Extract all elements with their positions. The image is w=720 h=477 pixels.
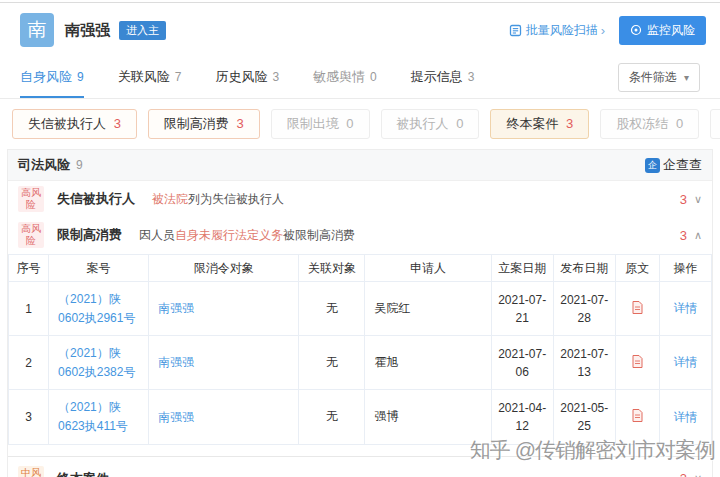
chevron-down-icon: ∨	[694, 472, 702, 477]
col-header-case-no: 案号	[49, 255, 149, 282]
chip-count: 0	[676, 116, 683, 131]
chip-count: 3	[566, 116, 573, 131]
target-person-link[interactable]: 南强强	[158, 410, 194, 424]
cell-filing-date: 2021-07-21	[491, 282, 553, 336]
detail-link[interactable]: 详情	[673, 301, 697, 315]
chip-label: 股权冻结	[616, 116, 668, 131]
tab-sensitive-news[interactable]: 敏感舆情 0	[313, 57, 377, 98]
chip-label: 失信被执行人	[28, 116, 106, 131]
condition-filter-label: 条件筛选	[629, 70, 677, 84]
tab-label: 敏感舆情	[313, 68, 365, 86]
arrow-right-icon: ›	[601, 23, 605, 38]
risk-section-desc: 被法院列为失信被执行人	[152, 191, 284, 208]
col-header-target: 限消令对象	[149, 255, 299, 282]
chip-dishonest-executee[interactable]: 失信被执行人 3	[12, 109, 137, 139]
cell-related: 无	[299, 336, 365, 390]
cell-index: 2	[9, 336, 49, 390]
chip-equity-freeze[interactable]: 股权冻结 0	[600, 109, 699, 139]
detail-link[interactable]: 详情	[673, 355, 697, 369]
chip-terminated-case[interactable]: 终本案件 3	[490, 109, 589, 139]
col-header-action: 操作	[659, 255, 711, 282]
risk-section-terminated-case: 中风险 终本案件 3 ∨	[8, 457, 712, 477]
tab-count: 3	[468, 70, 475, 84]
cell-applicant: 霍旭	[365, 336, 491, 390]
judicial-risk-section-bar: 司法风险 9 企 企查查	[8, 150, 712, 181]
consumption-restriction-table: 序号 案号 限消令对象 关联对象 申请人 立案日期 发布日期 原文 操作 1 （…	[8, 254, 712, 445]
original-document-icon[interactable]	[631, 300, 644, 318]
risk-section-toggle[interactable]: 3 ∨	[680, 192, 702, 207]
monitor-icon	[630, 24, 642, 36]
chip-count: 3	[114, 116, 121, 131]
detail-link[interactable]: 详情	[673, 410, 697, 424]
risk-section-consumption-restriction: 高风险 限制高消费 因人员自身未履行法定义务被限制高消费 3 ∧	[8, 217, 712, 253]
person-name: 南强强	[65, 21, 110, 40]
risk-section-toggle[interactable]: 3 ∧	[680, 228, 702, 243]
tab-count: 7	[175, 70, 182, 84]
enter-homepage-button[interactable]: 进入主	[119, 21, 166, 40]
col-header-applicant: 申请人	[365, 255, 491, 282]
chip-executee[interactable]: 被执行人 0	[381, 109, 480, 139]
risk-section-title: 终本案件	[57, 470, 109, 477]
risk-section-toggle[interactable]: 3 ∨	[680, 471, 702, 477]
chip-count: 0	[346, 116, 353, 131]
desc-suffix: 列为失信被执行人	[188, 192, 284, 206]
monitor-risk-button[interactable]: 监控风险	[619, 16, 706, 45]
chip-label: 被执行人	[397, 116, 449, 131]
condition-filter-dropdown[interactable]: 条件筛选 ▾	[618, 63, 700, 92]
cell-index: 3	[9, 390, 49, 444]
col-header-related: 关联对象	[299, 255, 365, 282]
batch-risk-scan-link[interactable]: 批量风险扫描 ›	[509, 22, 605, 39]
risk-section-count: 3	[680, 192, 687, 207]
col-header-filing-date: 立案日期	[491, 255, 553, 282]
cell-publish-date: 2021-05-25	[553, 390, 615, 444]
tab-count: 9	[77, 70, 84, 84]
risk-section-count: 3	[680, 471, 687, 477]
header-actions: 批量风险扫描 › 监控风险	[509, 16, 706, 45]
high-risk-badge: 高风险	[18, 222, 44, 248]
desc-prefix: 因人员	[139, 228, 175, 242]
table-header-row: 序号 案号 限消令对象 关联对象 申请人 立案日期 发布日期 原文 操作	[9, 255, 712, 282]
table-row: 2 （2021）陕0602执2382号 南强强 无 霍旭 2021-07-06 …	[9, 336, 712, 390]
cell-index: 1	[9, 282, 49, 336]
case-number-link[interactable]: （2021）陕0623执411号	[58, 400, 128, 433]
chip-admin-penalty[interactable]: 行政处罚 0	[710, 109, 720, 139]
tab-count: 3	[272, 70, 279, 84]
table-row: 3 （2021）陕0623执411号 南强强 无 强博 2021-04-12 2…	[9, 390, 712, 444]
cell-filing-date: 2021-04-12	[491, 390, 553, 444]
cell-applicant: 强博	[365, 390, 491, 444]
tab-count: 0	[370, 70, 377, 84]
scan-icon	[509, 24, 522, 37]
original-document-icon[interactable]	[631, 408, 644, 426]
chip-exit-restriction[interactable]: 限制出境 0	[271, 109, 370, 139]
qichacha-brand[interactable]: 企 企查查	[645, 156, 702, 174]
original-document-icon[interactable]	[631, 354, 644, 372]
chip-consumption-restriction[interactable]: 限制高消费 3	[148, 109, 260, 139]
tab-related-risk[interactable]: 关联风险 7	[118, 57, 182, 98]
tab-label: 自身风险	[20, 68, 72, 86]
tab-label: 提示信息	[411, 68, 463, 86]
desc-highlight: 自身未履行法定义务	[175, 228, 283, 242]
chip-count: 0	[456, 116, 463, 131]
tab-self-risk[interactable]: 自身风险 9	[20, 57, 84, 98]
section-title: 司法风险	[18, 156, 70, 174]
chevron-up-icon: ∧	[694, 229, 702, 242]
target-person-link[interactable]: 南强强	[158, 355, 194, 369]
qichacha-logo-icon: 企	[645, 158, 660, 173]
monitor-risk-label: 监控风险	[647, 22, 695, 39]
tab-hint-info[interactable]: 提示信息 3	[411, 57, 475, 98]
cell-publish-date: 2021-07-13	[553, 336, 615, 390]
risk-section-count: 3	[680, 228, 687, 243]
desc-suffix: 被限制高消费	[283, 228, 355, 242]
tab-history-risk[interactable]: 历史风险 3	[215, 57, 279, 98]
risk-section-title: 失信被执行人	[57, 190, 135, 208]
cell-filing-date: 2021-07-06	[491, 336, 553, 390]
target-person-link[interactable]: 南强强	[158, 301, 194, 315]
case-number-link[interactable]: （2021）陕0602执2382号	[58, 346, 135, 379]
high-risk-badge: 高风险	[18, 186, 44, 212]
risk-tab-bar: 自身风险 9 关联风险 7 历史风险 3 敏感舆情 0 提示信息 3 条件筛选 …	[0, 57, 720, 99]
chip-count: 3	[236, 116, 243, 131]
caret-down-icon: ▾	[684, 72, 689, 83]
mid-risk-badge: 中风险	[18, 466, 44, 477]
tab-label: 历史风险	[215, 68, 267, 86]
case-number-link[interactable]: （2021）陕0602执2961号	[58, 292, 135, 325]
